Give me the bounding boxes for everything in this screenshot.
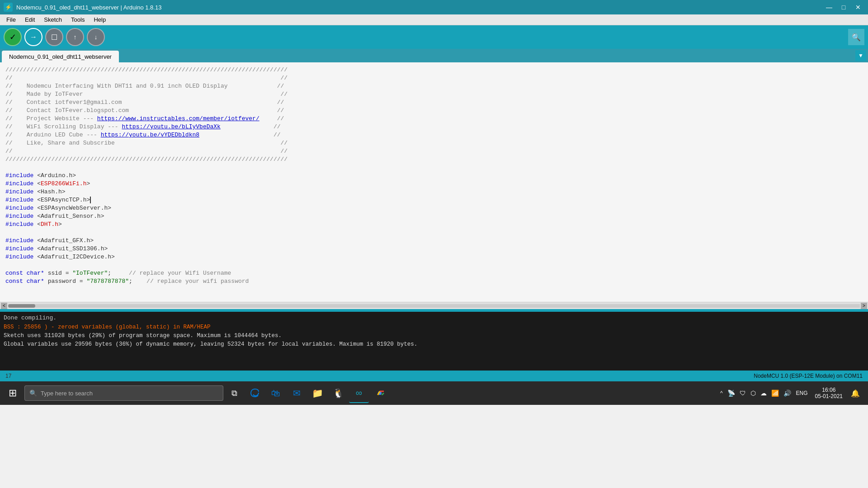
menu-help[interactable]: Help: [89, 15, 110, 24]
search-bar[interactable]: 🔍 Type here to search: [24, 385, 223, 401]
language-indicator[interactable]: ENG: [794, 389, 810, 397]
taskbar-store[interactable]: 🛍: [266, 383, 286, 403]
taskbar-edge[interactable]: [245, 383, 265, 403]
window-title: Nodemcu_0.91_oled_dht11_webserver | Ardu…: [16, 4, 161, 11]
menu-bar: File Edit Sketch Tools Help: [0, 14, 868, 25]
menu-file[interactable]: File: [2, 15, 20, 24]
maximize-button[interactable]: □: [837, 2, 850, 12]
save-button[interactable]: ↓: [87, 28, 105, 46]
scroll-right-button[interactable]: >: [861, 303, 867, 309]
taskbar-right: ^ 📡 🛡 ⬡ ☁ 📶 🔊 ENG 16:06 05-01-2021 🔔: [719, 386, 866, 400]
console-line-2: Sketch uses 311028 bytes (29%) of progra…: [4, 332, 864, 340]
title-bar-left: ⚡ Nodemcu_0.91_oled_dht11_webserver | Ar…: [4, 3, 161, 12]
board-info: NodeMCU 1.0 (ESP-12E Module) on COM11: [754, 373, 863, 379]
console-area: Done compiling. BSS : 25856 ) - zeroed v…: [0, 312, 868, 371]
status-bar: 17 NodeMCU 1.0 (ESP-12E Module) on COM11: [0, 371, 868, 381]
bluetooth-tray-icon[interactable]: ⬡: [749, 389, 757, 398]
arduino-icon: ⚡: [4, 3, 13, 12]
search-placeholder-text: Type here to search: [41, 390, 93, 397]
menu-tools[interactable]: Tools: [66, 15, 89, 24]
minimize-button[interactable]: —: [823, 2, 835, 12]
title-bar: ⚡ Nodemcu_0.91_oled_dht11_webserver | Ar…: [0, 0, 868, 14]
code-content[interactable]: ////////////////////////////////////////…: [0, 62, 868, 289]
console-line-3: Global variables use 29596 bytes (36%) o…: [4, 340, 864, 349]
security-tray-icon[interactable]: 🛡: [738, 389, 747, 398]
onedrive-tray-icon[interactable]: ☁: [759, 389, 768, 398]
console-line-1: BSS : 25856 ) - zeroed variables (global…: [4, 323, 864, 332]
close-button[interactable]: ✕: [852, 2, 864, 12]
scroll-track[interactable]: [8, 304, 860, 308]
network-tray-icon[interactable]: 📡: [726, 389, 736, 398]
horizontal-scrollbar[interactable]: < >: [0, 302, 868, 309]
notification-button[interactable]: 🔔: [848, 386, 863, 400]
tray-show-hidden-button[interactable]: ^: [719, 390, 724, 396]
scroll-left-button[interactable]: <: [1, 303, 7, 309]
menu-sketch[interactable]: Sketch: [39, 15, 66, 24]
tab-dropdown-button[interactable]: ▼: [855, 50, 866, 61]
compile-status: Done compiling.: [4, 314, 864, 323]
line-number: 17: [5, 373, 11, 379]
clock-time: 16:06: [822, 387, 835, 393]
tab-bar: Nodemcu_0.91_oled_dht11_webserver ▼: [0, 49, 868, 62]
task-view-button[interactable]: ⧉: [224, 383, 244, 403]
wifi-tray-icon[interactable]: 📶: [770, 389, 780, 398]
clock-date: 05-01-2021: [815, 393, 843, 399]
scroll-thumb[interactable]: [8, 304, 35, 308]
taskbar-arduino[interactable]: ∞: [349, 383, 369, 403]
taskbar-explorer[interactable]: 📁: [307, 383, 327, 403]
taskbar-ubuntu[interactable]: 🐧: [328, 383, 348, 403]
active-tab[interactable]: Nodemcu_0.91_oled_dht11_webserver: [2, 51, 119, 62]
upload-button[interactable]: →: [24, 28, 42, 46]
system-tray: ^ 📡 🛡 ⬡ ☁ 📶 🔊: [719, 389, 793, 398]
taskbar-chrome[interactable]: [370, 383, 390, 403]
title-controls: — □ ✕: [823, 2, 864, 12]
menu-edit[interactable]: Edit: [20, 15, 39, 24]
editor-area: ////////////////////////////////////////…: [0, 62, 868, 302]
search-icon: 🔍: [29, 389, 37, 397]
new-button[interactable]: ☐: [45, 28, 63, 46]
volume-tray-icon[interactable]: 🔊: [782, 389, 793, 398]
verify-button[interactable]: ✓: [4, 28, 22, 46]
start-button[interactable]: ⊞: [2, 382, 24, 404]
taskbar-mail[interactable]: ✉: [287, 383, 307, 403]
toolbar: ✓ → ☐ ↑ ↓ 🔍: [0, 25, 868, 49]
open-button[interactable]: ↑: [66, 28, 84, 46]
search-button[interactable]: 🔍: [848, 29, 864, 45]
taskbar: ⊞ 🔍 Type here to search ⧉ 🛍 ✉ 📁 🐧 ∞ ^ 📡 …: [0, 381, 868, 405]
clock[interactable]: 16:06 05-01-2021: [811, 387, 846, 399]
